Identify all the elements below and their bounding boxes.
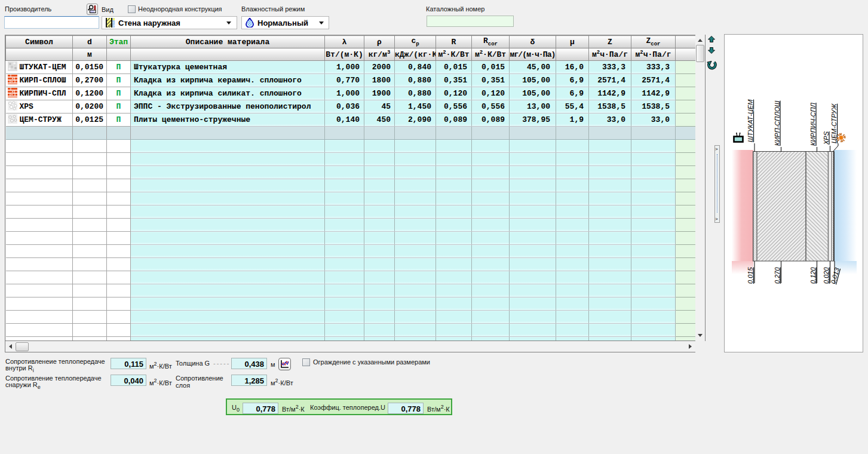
svg-text:0,015: 0,015: [747, 267, 754, 284]
svg-text:КИРПИЧ-СПЛ: КИРПИЧ-СПЛ: [809, 102, 817, 146]
svg-text:0,020: 0,020: [823, 267, 830, 284]
svg-text:0,120: 0,120: [809, 267, 817, 284]
svg-text:XPS: XPS: [823, 131, 830, 145]
svg-text:0,013: 0,013: [829, 266, 841, 285]
svg-text:ЦЕМ-СТРУЖ: ЦЕМ-СТРУЖ: [830, 103, 838, 143]
svg-text:ШТУКАТ-ЦЕМ: ШТУКАТ-ЦЕМ: [747, 99, 754, 142]
svg-text:0,270: 0,270: [774, 267, 781, 284]
svg-text:КИРП-СПЛОШ: КИРП-СПЛОШ: [774, 100, 781, 146]
